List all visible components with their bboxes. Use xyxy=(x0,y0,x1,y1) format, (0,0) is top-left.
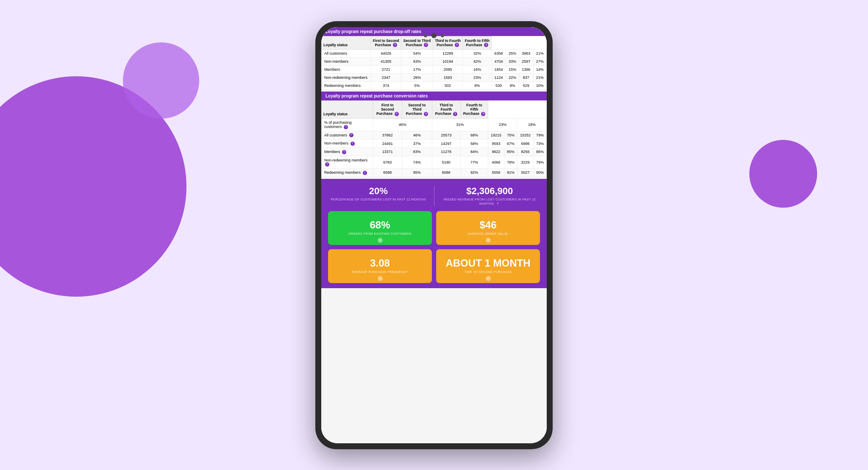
c4n-cell: 837 xyxy=(519,74,533,82)
c2p-cell: 16% xyxy=(463,66,492,74)
c3p-cell: 25% xyxy=(506,50,519,58)
c1n-cell: 44026 xyxy=(371,50,401,58)
c2p-cell: 92% xyxy=(461,169,488,177)
c4n-cell: 8256 xyxy=(517,147,533,156)
c4p-cell: 73% xyxy=(533,139,546,148)
tablet-dot-2 xyxy=(441,34,444,37)
c4n-cell: 529 xyxy=(519,82,533,90)
c4n-cell: 6996 xyxy=(517,139,533,148)
stat-missed-revenue-label: MISSED REVENUE FROM LOST CUSTOMERS IN PA… xyxy=(439,197,541,206)
c3p-cell: 91% xyxy=(504,169,517,177)
col-third-fourth-2: Third to FourthPurchase ? xyxy=(432,101,460,119)
tablet-camera-hole xyxy=(431,33,437,38)
col-second-third-1: Second to ThirdPurchase ? xyxy=(401,36,433,50)
c2n-cell: 14297 xyxy=(432,139,460,148)
c2n-cell: 5190 xyxy=(432,156,460,169)
c2p-cell: 84% xyxy=(461,147,488,156)
c4p-cell: 90% xyxy=(533,169,546,177)
status-cell: Non-redeeming members xyxy=(322,74,371,82)
kpi-value-1: $46 xyxy=(479,219,496,231)
summary-c3: 23% xyxy=(488,119,517,131)
c1n-cell: 41305 xyxy=(371,58,401,66)
table-row: Non-members 41305 63% 10194 42% 4704 33%… xyxy=(322,58,547,66)
status-cell: Members ? xyxy=(322,147,373,156)
kpi-value-3: ABOUT 1 MONTH xyxy=(446,257,531,269)
c3n-cell: 9593 xyxy=(488,139,504,148)
table-row: Members ? 13371 83% 11276 84% 9622 85% 8… xyxy=(322,147,547,156)
blob-right-small xyxy=(749,140,817,208)
kpi-card-0: 68% ORDERS FROM EXISTING CUSTOMERS i xyxy=(328,211,432,245)
c2p-cell: 68% xyxy=(461,131,488,139)
c4p-cell: 21% xyxy=(533,50,546,58)
kpi-grid: 68% ORDERS FROM EXISTING CUSTOMERS i $46… xyxy=(327,211,541,283)
screen-content[interactable]: Loyalty program repeat purchase drop-off… xyxy=(321,27,547,443)
col-loyalty-status-1: Loyalty status xyxy=(322,36,371,50)
status-cell: Redeeming members xyxy=(322,82,371,90)
c3p-cell: 22% xyxy=(506,74,519,82)
blob-bottom-right xyxy=(656,347,792,470)
c1n-cell: 6783 xyxy=(373,156,402,169)
col-fourth-fifth-1: Fourth to FifthPurchase ? xyxy=(463,36,492,50)
kpi-info-icon-2: i xyxy=(378,276,383,281)
c1n-cell: 6588 xyxy=(373,169,402,177)
c4n-cell: 2597 xyxy=(519,58,533,66)
c1p-cell: 83% xyxy=(402,147,432,156)
kpi-label-3: TIME TO SECOND PURCHASE xyxy=(464,270,512,273)
c3p-cell: 15% xyxy=(506,66,519,74)
table-row: Members 2721 17% 2095 16% 1654 15% 1366 … xyxy=(322,66,547,74)
table-row: All customers 44026 54% 12289 32% 6358 2… xyxy=(322,50,547,58)
c3n-cell: 5556 xyxy=(488,169,504,177)
col-third-fourth-1: Third to FourthPurchase ? xyxy=(433,36,463,50)
c4n-cell: 3229 xyxy=(517,156,533,169)
c2n-cell: 25573 xyxy=(432,131,460,139)
status-cell: Non-members ? xyxy=(322,139,373,148)
c3n-cell: 19215 xyxy=(488,131,504,139)
c3p-cell: 67% xyxy=(504,139,517,148)
c4p-cell: 79% xyxy=(533,156,546,169)
kpi-info-icon-0: i xyxy=(378,238,383,243)
c2n-cell: 6086 xyxy=(432,169,460,177)
dropoff-table: Loyalty status First to SecondPurchase ?… xyxy=(321,36,547,90)
c2p-cell: 58% xyxy=(461,139,488,148)
status-cell: Non-redeeming members ? xyxy=(322,156,373,169)
conversion-section: Loyalty program repeat purchase conversi… xyxy=(321,92,547,177)
c3p-cell: 85% xyxy=(504,147,517,156)
c1p-cell: 74% xyxy=(402,156,432,169)
col-loyalty-status-2: Loyalty status xyxy=(322,101,373,119)
col-first-second-1: First to SecondPurchase ? xyxy=(371,36,401,50)
stat-percentage-lost: 20% PERCENTAGE OF CUSTOMERS LOST IN PAST… xyxy=(327,186,430,206)
c1p-cell: 17% xyxy=(401,66,433,74)
c2n-cell: 1593 xyxy=(433,74,463,82)
kpi-card-1: $46 AVERAGE ORDER VALUE i xyxy=(436,211,540,245)
kpi-label-2: AVERAGE PURCHASE FREQUENCY xyxy=(352,270,408,273)
kpi-value-2: 3.08 xyxy=(370,257,390,269)
table-row: Redeeming members ? 6588 95% 6086 92% 55… xyxy=(322,169,547,177)
stat-percentage-lost-label: PERCENTAGE OF CUSTOMERS LOST IN PAST 12 … xyxy=(327,197,430,202)
c2n-cell: 10194 xyxy=(433,58,463,66)
c4p-cell: 79% xyxy=(533,131,546,139)
conversion-header: Loyalty program repeat purchase conversi… xyxy=(321,92,547,100)
c1n-cell: 2347 xyxy=(371,74,401,82)
summary-c4: 18% xyxy=(517,119,546,131)
c4n-cell: 15252 xyxy=(517,131,533,139)
c1n-cell: 13371 xyxy=(373,147,402,156)
c1n-cell: 24491 xyxy=(373,139,402,148)
c4p-cell: 27% xyxy=(533,58,546,66)
stat-percentage-lost-value: 20% xyxy=(327,186,430,197)
status-cell: Redeeming members ? xyxy=(322,169,373,177)
conversion-table: Loyalty status First to SecondPurchase ?… xyxy=(321,100,547,177)
table-row: Non-redeeming members 2347 26% 1593 23% … xyxy=(322,74,547,82)
c4n-cell: 3963 xyxy=(519,50,533,58)
c1n-cell: 37862 xyxy=(373,131,402,139)
c1n-cell: 2721 xyxy=(371,66,401,74)
tablet-screen: Loyalty program repeat purchase drop-off… xyxy=(321,27,547,443)
c2n-cell: 502 xyxy=(433,82,463,90)
c3n-cell: 530 xyxy=(492,82,506,90)
kpi-info-icon-1: i xyxy=(486,238,491,243)
kpi-card-3: ABOUT 1 MONTH TIME TO SECOND PURCHASE i xyxy=(436,249,540,283)
c3n-cell: 4704 xyxy=(492,58,506,66)
tablet: Loyalty program repeat purchase drop-off… xyxy=(315,21,553,449)
stats-row: 20% PERCENTAGE OF CUSTOMERS LOST IN PAST… xyxy=(327,186,541,206)
c3n-cell: 1654 xyxy=(492,66,506,74)
kpi-card-2: 3.08 AVERAGE PURCHASE FREQUENCY i xyxy=(328,249,432,283)
